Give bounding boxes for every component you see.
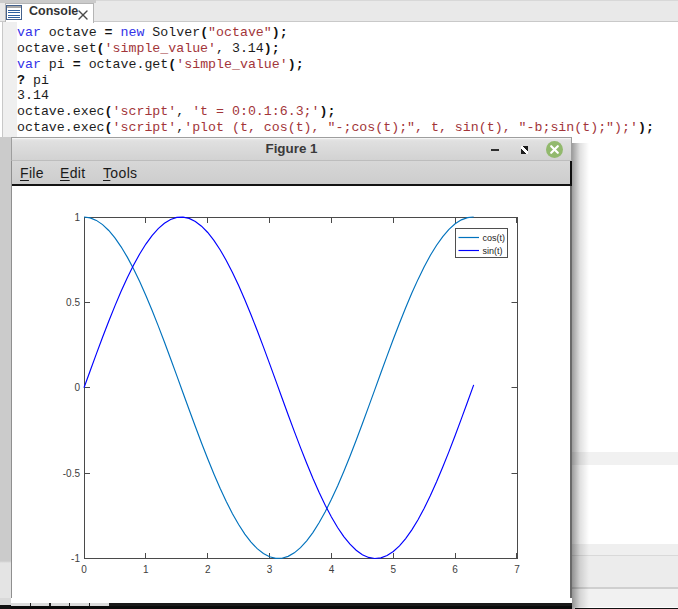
- svg-text:4: 4: [329, 564, 335, 575]
- svg-text:2: 2: [205, 564, 211, 575]
- svg-text:0: 0: [74, 382, 80, 393]
- svg-text:-0.5: -0.5: [63, 468, 81, 479]
- svg-text:6: 6: [452, 564, 458, 575]
- svg-text:0.5: 0.5: [66, 297, 80, 308]
- svg-text:5: 5: [390, 564, 396, 575]
- svg-text:0: 0: [81, 564, 87, 575]
- svg-text:7: 7: [514, 564, 520, 575]
- svg-text:cos(t): cos(t): [483, 233, 506, 243]
- svg-text:3: 3: [267, 564, 273, 575]
- svg-text:-1: -1: [71, 553, 80, 564]
- svg-text:sin(t): sin(t): [483, 246, 503, 256]
- svg-text:1: 1: [143, 564, 149, 575]
- svg-text:1: 1: [74, 212, 80, 223]
